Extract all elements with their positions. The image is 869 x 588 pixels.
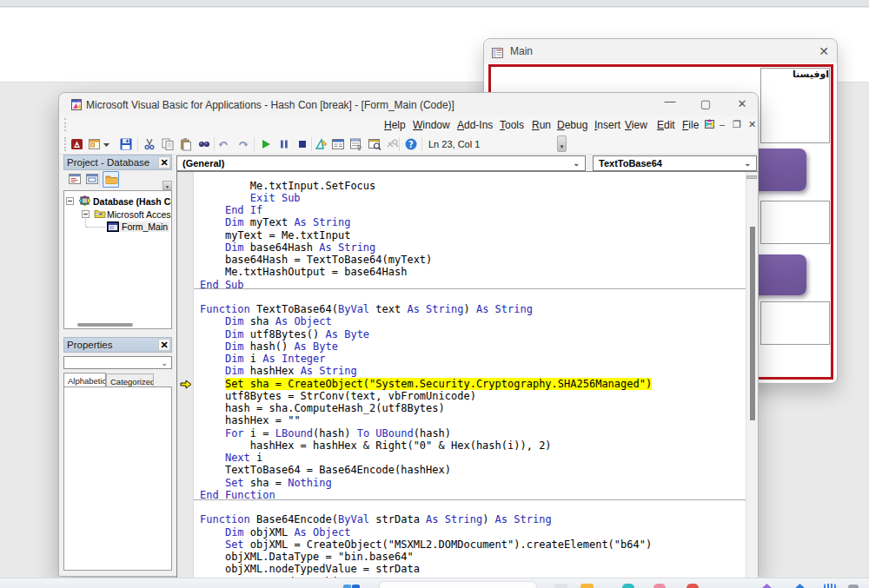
maximize-button[interactable]: ▢ [693, 93, 719, 116]
taskbar-taskview-icon[interactable] [343, 585, 351, 588]
splitter-handle[interactable] [746, 175, 757, 179]
access-titlebar[interactable]: Main ✕ [484, 39, 837, 63]
form-textbox-3[interactable] [760, 301, 830, 345]
vba-ide-window: Microsoft Visual Basic for Applications … [58, 92, 759, 577]
project-panel-title: Project - Database [67, 157, 149, 168]
close-button[interactable]: ✕ [729, 93, 755, 116]
toolbar-separator [137, 137, 138, 151]
taskbar-app-pink-icon[interactable] [653, 584, 666, 588]
properties-panel-header[interactable]: Properties ✕ [63, 337, 172, 353]
code-line: Dim sha As Object [200, 315, 332, 327]
menubar-grip[interactable] [64, 118, 67, 131]
code-line: utf8Bytes = StrConv(text, vbFromUnicode) [200, 390, 476, 402]
view-object-icon[interactable] [85, 173, 100, 187]
view-access-icon[interactable] [70, 137, 84, 151]
project-tree: Database (Hash Co Microsoft Access C For… [63, 190, 172, 329]
taskbar-apps-grid-icon[interactable] [824, 584, 836, 588]
chevron-down-icon: ⌄ [744, 159, 751, 168]
code-line: Function TextToBase64(ByVal text As Stri… [200, 303, 533, 315]
mdi-restore-button[interactable]: ❐ [733, 119, 741, 130]
project-explorer-icon[interactable] [331, 137, 345, 151]
tree-horizontal-scrollbar[interactable] [77, 323, 133, 327]
break-icon[interactable] [277, 137, 291, 151]
menu-file[interactable]: File [682, 119, 699, 131]
menu-insert[interactable]: Insert [594, 119, 620, 131]
insert-dropdown-arrow[interactable] [103, 137, 110, 151]
toolbar-overflow-button[interactable]: ▼ [557, 135, 567, 152]
taskbar-taskview-icon2[interactable] [352, 585, 360, 588]
help-icon[interactable]: ? [404, 137, 418, 151]
tree-label-project[interactable]: Database (Hash Co [93, 196, 172, 207]
tree-item-folder[interactable]: Microsoft Access C [64, 209, 172, 221]
tree-label-form[interactable]: Form_Main [120, 221, 169, 232]
design-mode-icon[interactable] [315, 137, 328, 151]
code-line: hashHex = hashHex & Right("0" & Hex(hash… [200, 439, 552, 452]
properties-window-icon[interactable] [349, 137, 363, 151]
properties-object-dropdown[interactable]: ⌄ [63, 356, 172, 369]
tree-item-form[interactable]: Form_Main [64, 221, 172, 233]
object-dropdown-value: (General) [182, 158, 224, 168]
vba-titlebar[interactable]: Microsoft Visual Basic for Applications … [59, 93, 758, 116]
object-dropdown[interactable]: (General) ⌄ [176, 155, 586, 171]
taskbar-app-light-icon[interactable] [554, 584, 567, 588]
code-line: objXML.DataType = "bin.base64" [200, 551, 414, 563]
tree-label-folder[interactable]: Microsoft Access C [107, 209, 172, 220]
minimize-button[interactable]: — [657, 93, 683, 116]
view-code-icon[interactable] [68, 173, 83, 187]
mdi-minimize-button[interactable]: – [720, 119, 725, 129]
menu-run[interactable]: Run [532, 119, 551, 131]
tree-item-project[interactable]: Database (Hash Co [64, 196, 172, 208]
redo-icon[interactable] [235, 137, 249, 151]
find-icon[interactable] [197, 137, 211, 151]
taskbar-teams-icon[interactable] [622, 584, 634, 588]
cut-icon[interactable] [143, 137, 156, 151]
properties-panel-close-icon[interactable]: ✕ [158, 339, 170, 351]
code-line: Function Base64Encode(ByVal strData As S… [200, 513, 552, 525]
tab-alphabetic[interactable]: Alphabetic [63, 373, 106, 386]
project-panel-header[interactable]: Project - Database ✕ [63, 155, 172, 170]
reset-icon[interactable] [295, 137, 309, 151]
code-editor[interactable]: Me.txtInput.SetFocus Exit Sub End If Dim… [176, 171, 758, 578]
code-line: Next i [200, 452, 262, 464]
menu-edit[interactable]: Edit [657, 119, 675, 131]
toolbar-grip[interactable] [64, 137, 67, 151]
undo-icon[interactable] [217, 137, 231, 151]
properties-tabs: Alphabetic Categorized [63, 373, 172, 386]
taskbar-app-gray-icon[interactable] [848, 585, 859, 588]
properties-list[interactable] [63, 386, 172, 571]
project-toolbar-overflow[interactable]: ▼ [163, 181, 172, 190]
copy-icon[interactable] [161, 137, 175, 151]
menu-tools[interactable]: Tools [500, 119, 524, 131]
taskbar-search-box[interactable] [379, 581, 537, 588]
vba-toolbar: ? Ln 23, Col 1 ▼ [59, 134, 758, 155]
scrollbar-thumb[interactable] [750, 227, 755, 420]
paste-icon[interactable] [179, 137, 193, 151]
toolbox-icon[interactable] [386, 137, 400, 151]
project-panel-toolbar: ▼ [63, 170, 172, 190]
toggle-folders-icon[interactable] [103, 171, 119, 188]
taskbar-file-explorer-icon[interactable] [580, 584, 594, 588]
menu-debug[interactable]: Debug [557, 119, 587, 131]
menu-view[interactable]: View [625, 119, 647, 131]
run-icon[interactable] [259, 137, 273, 151]
mdi-close-button[interactable]: ✕ [748, 119, 756, 130]
code-vertical-scrollbar[interactable] [746, 172, 758, 578]
project-panel-close-icon[interactable]: ✕ [158, 156, 170, 168]
code-line: Set objXML = CreateObject("MSXML2.DOMDoc… [200, 538, 652, 551]
chevron-down-icon: ⌄ [161, 359, 168, 367]
taskbar-app-red-icon[interactable] [687, 584, 699, 588]
menu-window[interactable]: Window [413, 119, 450, 131]
save-icon[interactable] [119, 137, 133, 151]
menu-add-ins[interactable]: Add-Ins [457, 119, 493, 131]
form-textbox-2[interactable] [760, 201, 830, 244]
menu-help[interactable]: Help [384, 119, 406, 131]
vba-window-title: Microsoft Visual Basic for Applications … [86, 99, 454, 111]
vba-menubar: Help Window Add-Ins Tools Run Debug Inse… [59, 116, 758, 134]
collapse-icon[interactable] [66, 197, 74, 205]
object-browser-icon[interactable] [368, 137, 381, 151]
access-close-button[interactable]: ✕ [816, 43, 832, 59]
tab-categorized[interactable]: Categorized [106, 373, 154, 386]
form-arabic-label: اوفيسنا [793, 69, 829, 80]
insert-userform-icon[interactable] [88, 137, 102, 151]
procedure-dropdown[interactable]: TextToBase64 ⌄ [593, 155, 757, 171]
